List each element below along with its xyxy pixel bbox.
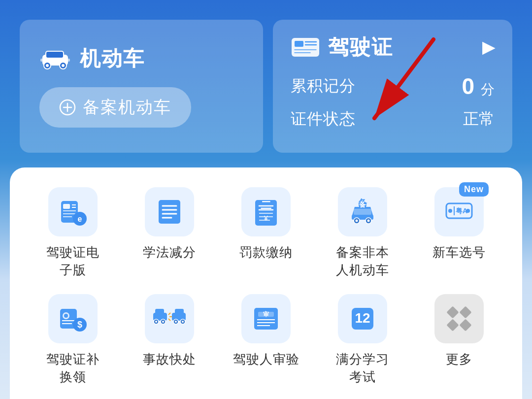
svg-line-71 xyxy=(168,319,170,321)
services-row-2: $ 驾驶证补换领 xyxy=(25,294,507,386)
renew-label: 驾驶证补换领 xyxy=(46,350,100,386)
accident-icon xyxy=(152,303,187,334)
score-value: 0 分 xyxy=(462,73,495,100)
fine-label: 罚款缴纳 xyxy=(239,243,293,261)
svg-point-58 xyxy=(64,314,68,318)
svg-point-5 xyxy=(62,64,65,67)
svg-rect-87 xyxy=(459,306,471,318)
register-other-item[interactable]: 备 备 备案非本人机动车 xyxy=(318,187,407,279)
svg-rect-73 xyxy=(175,309,184,315)
fullscore-label: 满分学习考试 xyxy=(336,350,389,386)
fullscore-icon: 12 xyxy=(347,303,378,334)
renew-item[interactable]: $ 驾驶证补换领 xyxy=(29,294,117,386)
svg-line-69 xyxy=(168,313,170,315)
score-label: 累积记分 xyxy=(291,75,356,97)
svg-rect-7 xyxy=(40,59,44,62)
svg-text:审: 审 xyxy=(263,311,269,318)
svg-rect-88 xyxy=(446,319,459,331)
svg-text:粤A: 粤A xyxy=(456,207,467,215)
motor-vehicle-card: 机动车 备案机动车 xyxy=(20,20,263,153)
car-icon xyxy=(39,48,71,69)
fine-icon: 二 ¥ xyxy=(250,196,282,228)
new-badge: New xyxy=(459,182,489,197)
license-arrow-icon: ▶ xyxy=(482,38,495,57)
register-other-icon: 备 备 xyxy=(347,196,378,228)
renew-icon: $ xyxy=(57,303,89,334)
svg-rect-29 xyxy=(159,200,180,224)
services-row-1: e 驾驶证电子版 xyxy=(25,187,507,279)
edriver-icon: e xyxy=(57,196,89,228)
audit-item[interactable]: 审 驾驶人审验 xyxy=(222,294,310,368)
plus-circle-icon xyxy=(59,99,76,116)
edriver-label: 驾驶证电子版 xyxy=(46,243,100,279)
svg-rect-8 xyxy=(66,59,70,62)
svg-point-68 xyxy=(162,321,164,323)
new-badge-text: New xyxy=(464,184,484,194)
studyscore-item[interactable]: 学法减分 xyxy=(125,187,214,261)
svg-point-52 xyxy=(448,209,452,213)
status-value: 正常 xyxy=(463,108,495,130)
svg-point-66 xyxy=(155,321,157,323)
svg-rect-64 xyxy=(155,309,164,315)
newplate-icon: 粤A xyxy=(443,199,475,225)
score-unit: 分 xyxy=(481,82,495,97)
motor-title: 机动车 xyxy=(80,45,145,72)
score-number: 0 xyxy=(462,73,475,99)
fine-item[interactable]: 二 ¥ 罚款缴纳 xyxy=(222,187,310,261)
status-label: 证件状态 xyxy=(291,108,356,130)
svg-rect-13 xyxy=(295,41,303,47)
audit-icon: 审 xyxy=(250,303,282,334)
svg-rect-47 xyxy=(354,209,371,215)
svg-rect-12 xyxy=(292,38,319,57)
svg-point-4 xyxy=(46,64,49,67)
edriver-item[interactable]: e 驾驶证电子版 xyxy=(29,187,117,279)
register-other-label: 备案非本人机动车 xyxy=(336,243,389,279)
svg-text:备: 备 xyxy=(359,200,366,208)
more-label: 更多 xyxy=(446,350,472,368)
svg-text:12: 12 xyxy=(355,310,370,326)
svg-point-75 xyxy=(175,321,177,323)
audit-label: 驾驶人审验 xyxy=(233,350,299,368)
svg-rect-89 xyxy=(459,319,471,331)
svg-point-44 xyxy=(356,220,358,222)
svg-rect-86 xyxy=(446,306,459,318)
license-title: 驾驶证 xyxy=(328,33,393,61)
svg-rect-6 xyxy=(46,52,63,58)
accident-label: 事故快处 xyxy=(143,350,196,368)
register-button-label: 备案机动车 xyxy=(83,96,171,119)
newplate-item[interactable]: New 粤A 新车选号 xyxy=(415,187,503,261)
license-icon xyxy=(291,36,320,59)
svg-point-46 xyxy=(367,220,370,222)
register-motor-button[interactable]: 备案机动车 xyxy=(39,87,191,128)
driver-license-card[interactable]: 驾驶证 ▶ 累积记分 0 分 证件状态 正常 xyxy=(273,20,512,153)
svg-point-77 xyxy=(182,321,184,323)
services-panel: e 驾驶证电子版 xyxy=(10,167,522,399)
svg-text:二: 二 xyxy=(261,199,271,211)
svg-text:$: $ xyxy=(77,320,82,330)
studyscore-icon xyxy=(154,196,185,228)
more-item[interactable]: 更多 xyxy=(415,294,503,368)
svg-rect-21 xyxy=(63,204,70,209)
svg-text:e: e xyxy=(78,215,82,223)
newplate-label: 新车选号 xyxy=(432,243,486,261)
fullscore-item[interactable]: 12 满分学习考试 xyxy=(318,294,407,386)
svg-text:¥: ¥ xyxy=(264,214,268,222)
accident-item[interactable]: 事故快处 xyxy=(125,294,214,368)
more-icon xyxy=(443,303,475,334)
studyscore-label: 学法减分 xyxy=(143,243,196,261)
